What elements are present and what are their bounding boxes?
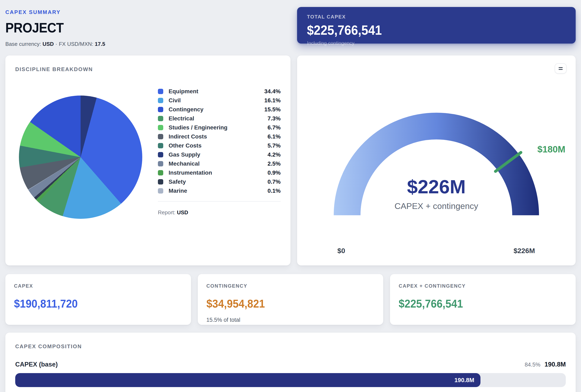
legend-swatch-icon xyxy=(158,143,163,148)
composition-row-pct: 84.5% xyxy=(525,362,540,368)
contingency-stat-sub: 15.5% of total xyxy=(206,317,375,323)
page-header: CAPEX SUMMARY PROJECT Base currency: USD… xyxy=(5,6,576,47)
legend-item[interactable]: Indirect Costs6.1% xyxy=(158,132,281,141)
legend-label: Marine xyxy=(168,188,187,194)
legend-label: Mechanical xyxy=(168,160,200,167)
legend-percentage: 6.7% xyxy=(268,124,281,131)
legend-divider xyxy=(158,201,281,202)
base-currency-value: USD xyxy=(42,41,54,47)
legend-percentage: 15.5% xyxy=(264,106,281,113)
legend-label: Equipment xyxy=(168,88,198,95)
discipline-breakdown-card: DISCIPLINE BREAKDOWN Equipment34.4%Civil… xyxy=(5,55,290,265)
legend-percentage: 7.3% xyxy=(268,115,281,122)
composition-bar-fill: 190.8M xyxy=(15,373,480,387)
legend-percentage: 4.2% xyxy=(268,151,281,158)
legend-item[interactable]: Electrical7.3% xyxy=(158,114,281,123)
legend-label: Contingency xyxy=(168,106,204,113)
total-capex-label: TOTAL CAPEX xyxy=(307,14,566,20)
composition-row-capex-base: CAPEX (base) 84.5% 190.8M 190.8M xyxy=(15,361,566,387)
gauge-svg: $180M $226M CAPEX + contingency xyxy=(307,90,566,235)
gauge-min-label: $0 xyxy=(337,247,345,255)
menu-icon xyxy=(558,69,563,70)
legend-item[interactable]: Marine0.1% xyxy=(158,186,281,195)
legend-label: Instrumentation xyxy=(168,169,212,176)
capex-contingency-stat-value: $225,766,541 xyxy=(399,297,463,310)
legend-item[interactable]: Equipment34.4% xyxy=(158,87,281,96)
contingency-stat-label: CONTINGENCY xyxy=(206,283,375,289)
contingency-stat-card: CONTINGENCY $34,954,821 15.5% of total xyxy=(198,274,384,325)
report-label: Report: xyxy=(158,209,175,216)
report-currency: USD xyxy=(177,209,188,216)
menu-icon xyxy=(558,67,563,68)
legend-item[interactable]: Studies / Engineering6.7% xyxy=(158,123,281,132)
fx-rate-value: 17.5 xyxy=(95,41,105,47)
legend-label: Other Costs xyxy=(168,142,202,149)
page-title: PROJECT xyxy=(5,20,64,35)
capex-composition-card: CAPEX COMPOSITION CAPEX (base) 84.5% 190… xyxy=(5,333,576,392)
composition-row-label: CAPEX (base) xyxy=(15,361,58,368)
gauge-chart: $180M $226M CAPEX + contingency $0 $226M xyxy=(307,90,566,255)
legend-percentage: 5.7% xyxy=(268,142,281,149)
composition-bar-track: 190.8M xyxy=(15,373,566,387)
legend-label: Safety xyxy=(168,179,186,185)
gauge-value: $226M xyxy=(407,176,466,197)
discipline-pie-chart[interactable] xyxy=(19,95,142,219)
legend-item[interactable]: Contingency15.5% xyxy=(158,105,281,114)
base-currency-label: Base currency: xyxy=(5,41,41,47)
composition-bar-label: 190.8M xyxy=(454,377,474,384)
currency-line: Base currency: USD·FX USD/MXN: 17.5 xyxy=(5,41,105,47)
capex-stat-card: CAPEX $190,811,720 xyxy=(5,274,191,325)
legend-swatch-icon xyxy=(158,107,163,112)
gauge-threshold-label: $180M xyxy=(538,144,566,154)
capex-contingency-stat-card: CAPEX + CONTINGENCY $225,766,541 xyxy=(390,274,576,325)
total-capex-card: TOTAL CAPEX $225,766,541 Including conti… xyxy=(297,7,576,43)
capex-composition-title: CAPEX COMPOSITION xyxy=(15,343,566,350)
legend-percentage: 0.7% xyxy=(268,179,281,185)
fx-label: FX USD/MXN: xyxy=(59,41,93,47)
legend-swatch-icon xyxy=(158,152,163,157)
page-eyebrow: CAPEX SUMMARY xyxy=(5,9,105,15)
gauge-max-label: $226M xyxy=(514,247,535,255)
total-capex-subtitle: Including contingency xyxy=(307,40,566,46)
separator-dot: · xyxy=(56,41,57,47)
capex-stat-value: $190,811,720 xyxy=(14,297,78,310)
pie-legend: Equipment34.4%Civil16.1%Contingency15.5%… xyxy=(158,87,281,219)
legend-item[interactable]: Instrumentation0.9% xyxy=(158,168,281,177)
legend-label: Electrical xyxy=(168,115,194,122)
legend-item[interactable]: Civil16.1% xyxy=(158,96,281,105)
legend-percentage: 6.1% xyxy=(268,133,281,140)
legend-percentage: 16.1% xyxy=(264,97,281,104)
legend-item[interactable]: Gas Supply4.2% xyxy=(158,150,281,159)
legend-item[interactable]: Safety0.7% xyxy=(158,177,281,186)
legend-percentage: 2.5% xyxy=(268,160,281,167)
legend-label: Civil xyxy=(168,97,181,104)
capex-contingency-stat-label: CAPEX + CONTINGENCY xyxy=(399,283,567,289)
legend-item[interactable]: Other Costs5.7% xyxy=(158,141,281,150)
gauge-caption: CAPEX + contingency xyxy=(394,201,478,211)
legend-swatch-icon xyxy=(158,116,163,121)
legend-swatch-icon xyxy=(158,134,163,139)
legend-percentage: 0.9% xyxy=(268,169,281,176)
legend-swatch-icon xyxy=(158,161,163,166)
legend-swatch-icon xyxy=(158,125,163,130)
capex-stat-label: CAPEX xyxy=(14,283,182,289)
contingency-stat-value: $34,954,821 xyxy=(206,297,265,310)
legend-swatch-icon xyxy=(158,98,163,103)
composition-row-value: 190.8M xyxy=(544,361,566,368)
legend-percentage: 34.4% xyxy=(264,88,281,95)
legend-label: Studies / Engineering xyxy=(168,124,228,131)
chart-menu-button[interactable] xyxy=(555,63,566,73)
gauge-scale: $0 $226M xyxy=(307,247,566,255)
legend-label: Gas Supply xyxy=(168,151,200,158)
legend-item[interactable]: Mechanical2.5% xyxy=(158,159,281,168)
gauge-card: $180M $226M CAPEX + contingency $0 $226M xyxy=(297,55,576,265)
report-line: Report: USD xyxy=(158,209,281,216)
total-capex-value: $225,766,541 xyxy=(307,22,382,38)
legend-swatch-icon xyxy=(158,89,163,94)
discipline-breakdown-title: DISCIPLINE BREAKDOWN xyxy=(15,66,281,72)
legend-swatch-icon xyxy=(158,170,163,175)
legend-swatch-icon xyxy=(158,188,163,194)
header-text-block: CAPEX SUMMARY PROJECT Base currency: USD… xyxy=(5,6,105,47)
legend-percentage: 0.1% xyxy=(268,188,281,194)
legend-swatch-icon xyxy=(158,179,163,184)
